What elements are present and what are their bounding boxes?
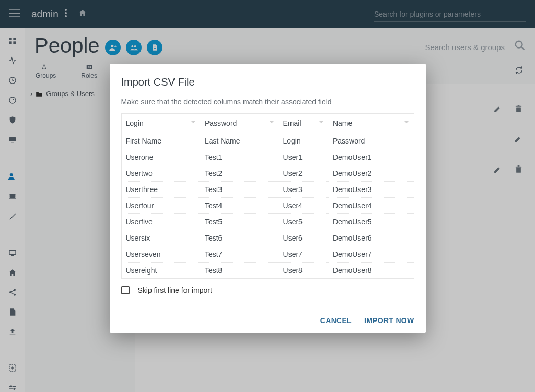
table-cell: Userseven xyxy=(121,246,201,263)
dropdown-icon xyxy=(404,121,409,123)
table-cell: Test5 xyxy=(201,214,279,230)
table-cell: DemoUser8 xyxy=(329,263,414,279)
table-cell: User6 xyxy=(279,230,329,246)
dialog-subtitle: Make sure that the detected columns matc… xyxy=(121,98,414,106)
table-cell: Test1 xyxy=(201,149,279,165)
table-cell: DemoUser4 xyxy=(329,198,414,214)
import-dialog: Import CSV File Make sure that the detec… xyxy=(110,64,426,333)
table-cell: Login xyxy=(279,133,329,149)
table-row: UserfourTest4User4DemoUser4 xyxy=(121,198,414,214)
table-row: UsereightTest8User8DemoUser8 xyxy=(121,263,414,279)
table-cell: Userfive xyxy=(121,214,201,230)
table-cell: DemoUser2 xyxy=(329,165,414,182)
table-cell: Userone xyxy=(121,149,201,165)
table-cell: Password xyxy=(329,133,414,149)
table-cell: Usertwo xyxy=(121,165,201,182)
table-cell: User8 xyxy=(279,263,329,279)
dialog-title: Import CSV File xyxy=(121,76,414,88)
skip-first-line-label: Skip first line for import xyxy=(138,286,212,294)
table-cell: DemoUser6 xyxy=(329,230,414,246)
table-row: First NameLast NameLoginPassword xyxy=(121,133,414,149)
column-header[interactable]: Email xyxy=(279,114,329,133)
table-cell: DemoUser5 xyxy=(329,214,414,230)
table-cell: Test3 xyxy=(201,182,279,198)
table-cell: Test4 xyxy=(201,198,279,214)
table-cell: DemoUser3 xyxy=(329,182,414,198)
table-row: UseroneTest1User1DemoUser1 xyxy=(121,149,414,165)
cancel-button[interactable]: CANCEL xyxy=(320,316,352,325)
column-header[interactable]: Login xyxy=(121,114,201,133)
table-cell: Test8 xyxy=(201,263,279,279)
table-cell: User2 xyxy=(279,165,329,182)
table-cell: Test2 xyxy=(201,165,279,182)
table-row: UserthreeTest3User3DemoUser3 xyxy=(121,182,414,198)
csv-table: LoginPasswordEmailName First NameLast Na… xyxy=(121,113,414,279)
import-now-button[interactable]: IMPORT NOW xyxy=(364,316,414,325)
table-cell: User1 xyxy=(279,149,329,165)
table-cell: Usersix xyxy=(121,230,201,246)
table-cell: User7 xyxy=(279,246,329,263)
dropdown-icon xyxy=(191,121,195,123)
column-header[interactable]: Password xyxy=(201,114,279,133)
dropdown-icon xyxy=(319,121,323,123)
table-cell: Usereight xyxy=(121,263,201,279)
dropdown-icon xyxy=(270,121,274,123)
table-cell: Last Name xyxy=(201,133,279,149)
table-row: UsersixTest6User6DemoUser6 xyxy=(121,230,414,246)
column-header[interactable]: Name xyxy=(329,114,414,133)
table-row: UsertwoTest2User2DemoUser2 xyxy=(121,165,414,182)
table-cell: Test7 xyxy=(201,246,279,263)
skip-first-line-checkbox[interactable] xyxy=(121,286,130,294)
table-row: UserfiveTest5User5DemoUser5 xyxy=(121,214,414,230)
table-row: UsersevenTest7User7DemoUser7 xyxy=(121,246,414,263)
table-cell: First Name xyxy=(121,133,201,149)
table-cell: User4 xyxy=(279,198,329,214)
modal-overlay[interactable]: Import CSV File Make sure that the detec… xyxy=(0,0,535,392)
table-cell: DemoUser7 xyxy=(329,246,414,263)
table-cell: User5 xyxy=(279,214,329,230)
table-cell: Test6 xyxy=(201,230,279,246)
table-cell: DemoUser1 xyxy=(329,149,414,165)
table-cell: User3 xyxy=(279,182,329,198)
table-cell: Userfour xyxy=(121,198,201,214)
table-cell: Userthree xyxy=(121,182,201,198)
